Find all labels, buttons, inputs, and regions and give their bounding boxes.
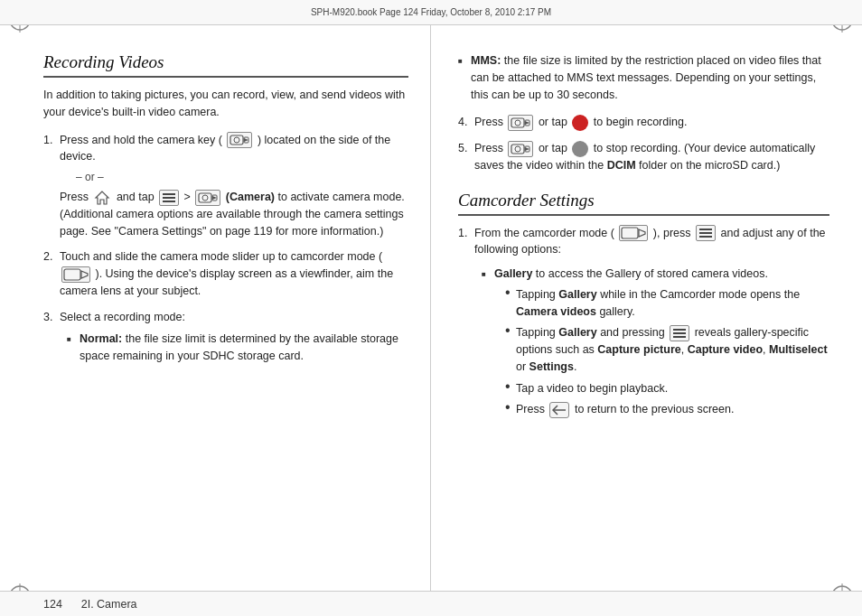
camcorder-section: Camcorder Settings 1. From the camcorder… [458,191,829,429]
gallery-bold-1: Gallery [558,288,596,301]
section-label: 2I. Camera [81,598,137,611]
camera-icon-step4 [508,115,533,131]
gallery-sub-4-text: Press to return to the previous screen. [516,401,734,418]
gallery-sub-3-text: Tap a video to begin playback. [516,380,668,397]
step-2-num: 2. [43,248,60,299]
camcorder-steps: 1. From the camcorder mode ( ), press an… [458,225,829,429]
camcorder-mode-icon [619,225,648,241]
svg-point-24 [515,120,520,126]
left-column: Recording Videos In addition to taking p… [0,25,431,591]
mms-list: ■ MMS: the file size is limited by the r… [458,52,829,103]
step-5-num: 5. [458,140,474,174]
step-4: 4. Press or tap to begin recording. [458,114,829,131]
camera-mode-icon [195,190,220,206]
normal-label: Normal: [80,332,122,345]
page-footer: 124 2I. Camera [0,591,862,616]
page-header: SPH-M920.book Page 124 Friday, October 8… [0,0,862,25]
step-3-text: Select a recording mode: ■ Normal: the f… [60,309,408,370]
or-separator: – or – [76,169,408,185]
right-column: ■ MMS: the file size is limited by the r… [431,25,862,591]
step-3: 3. Select a recording mode: ■ Normal: th… [43,309,408,370]
gallery-sub-4: • Press to return to the previous screen… [505,401,829,418]
camcorder-icon [61,266,90,283]
section-title-recording: Recording Videos [43,52,408,72]
svg-rect-32 [576,145,584,153]
intro-text: In addition to taking pictures, you can … [43,87,408,121]
camera-icon-step5 [508,141,533,157]
right-steps-list: 4. Press or tap to begin recording. 5. [458,114,829,173]
header-text: SPH-M920.book Page 124 Friday, October 8… [311,7,551,17]
mms-label: MMS: [471,54,501,67]
bullet-normal: ■ [67,334,76,365]
svg-marker-22 [81,271,88,278]
camcorder-step-1-num: 1. [458,225,474,429]
gallery-sub-1: • Tapping Gallery while in the Camcorder… [505,286,829,321]
capture-picture-label: Capture picture [597,343,680,356]
step-1-num: 1. [43,132,60,240]
content-area: Recording Videos In addition to taking p… [0,25,862,591]
step-5: 5. Press or tap to stop recording. (Your… [458,140,829,174]
gallery-sub-list: • Tapping Gallery while in the Camcorder… [505,286,829,418]
capture-video-label: Capture video [688,343,763,356]
svg-point-18 [202,195,208,201]
recording-modes-list: ■ Normal: the file size limit is determi… [67,331,408,365]
step-3-num: 3. [43,309,60,370]
svg-marker-34 [639,229,645,237]
menu-icon-camcorder [696,225,716,241]
dot-3: • [505,379,516,397]
camera-label: (Camera) [226,191,275,203]
dot-4: • [505,400,516,418]
camcorder-step-1: 1. From the camcorder mode ( ), press an… [458,225,829,429]
gallery-option: ■ Gallery to access the Gallery of store… [482,266,829,423]
page-number: 124 [43,598,62,611]
mms-item: ■ MMS: the file size is limited by the r… [458,52,829,103]
home-icon [93,190,111,206]
svg-rect-33 [622,228,638,238]
dot-1: • [505,285,516,321]
bullet-gallery: ■ [482,269,491,423]
step-2-text: Touch and slide the camera mode slider u… [60,248,408,299]
normal-mode-item: ■ Normal: the file size limit is determi… [67,331,408,365]
svg-rect-21 [64,269,80,280]
step-4-text: Press or tap to begin recording. [474,114,687,131]
step-4-num: 4. [458,114,474,131]
section-divider [43,76,408,78]
gallery-sub-3: • Tap a video to begin playback. [505,380,829,397]
svg-point-29 [515,146,520,152]
menu-icon [159,190,179,206]
steps-list: 1. Press and hold the camera key ( ) loc… [43,132,408,370]
svg-marker-15 [244,138,248,142]
normal-mode-text: Normal: the file size limit is determine… [80,331,408,365]
camcorder-options: ■ Gallery to access the Gallery of store… [482,266,829,423]
grey-stop-icon [572,141,588,157]
mms-text: MMS: the file size is limited by the res… [471,52,829,103]
camcorder-divider [458,214,829,216]
step-5-text: Press or tap to stop recording. (Your de… [474,140,829,174]
camera-videos-label: Camera videos [516,305,596,318]
dot-2: • [505,323,516,375]
menu-icon-gallery [670,325,689,341]
step-1-text: Press and hold the camera key ( ) locate… [60,132,408,240]
camcorder-title: Camcorder Settings [458,191,829,210]
multiselect-label: Multiselect [769,343,828,356]
step-2: 2. Touch and slide the camera mode slide… [43,248,408,299]
camera-key-icon [227,132,252,148]
svg-marker-16 [96,191,108,204]
bullet-mms: ■ [458,56,467,103]
gallery-text: Gallery to access the Gallery of stored … [494,266,829,423]
camcorder-step-1-text: From the camcorder mode ( ), press and a… [474,225,829,429]
gallery-bold-2: Gallery [558,326,596,339]
svg-point-27 [576,118,585,127]
page-number-area: 124 2I. Camera [43,598,137,611]
gallery-label: Gallery [494,267,532,280]
dcim-label: DCIM [607,159,636,172]
svg-point-13 [234,137,239,143]
step-1: 1. Press and hold the camera key ( ) loc… [43,132,408,240]
svg-marker-26 [525,121,529,125]
svg-marker-20 [212,196,217,200]
red-record-icon [572,115,588,131]
step-1-alt: Press and tap > (Camera) to a [60,189,408,239]
back-icon [549,402,569,418]
gallery-sub-2-text: Tapping Gallery and pressing reveals gal… [516,324,829,375]
gallery-sub-2: • Tapping Gallery and pressing reveals g… [505,324,829,375]
